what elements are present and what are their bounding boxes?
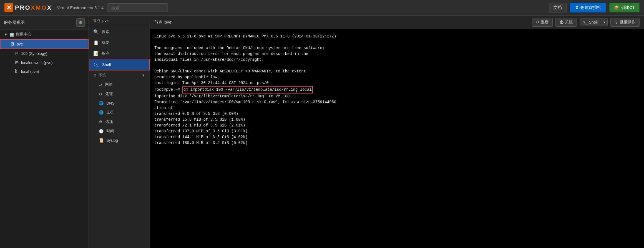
nav-time[interactable]: 🕐 时间	[89, 126, 150, 136]
vm100-label: 100 (Synology)	[21, 51, 85, 56]
network-nav-label: 网络	[105, 82, 113, 87]
syslog-nav-label: Syslog	[106, 138, 118, 143]
terminal-line-8: permitted by applicable law.	[154, 74, 640, 80]
system-icon: ⚙	[93, 73, 97, 77]
batch-button[interactable]: ⋮ 批量操作	[610, 18, 640, 27]
options-icon: ⚙	[99, 120, 102, 124]
chevron-down-icon: ▼	[142, 73, 145, 77]
nav-system-section[interactable]: ⚙ 系统 ▼	[89, 70, 150, 80]
gear-button[interactable]: ⚙	[76, 18, 85, 27]
shell-arrow-button[interactable]: ▾	[601, 19, 607, 26]
terminal-out-2: Formatting '/var/lib/vz/images/100/vm-10…	[154, 99, 640, 105]
terminal-out-4: transferred 0.0 B of 3.5 GiB (0.00%)	[154, 111, 640, 117]
shell-icon: >_	[583, 20, 588, 24]
host-icon: 🌐	[99, 110, 104, 115]
time-nav-label: 时间	[106, 129, 114, 134]
nav-search[interactable]: 🔍 搜索	[89, 26, 150, 37]
datacenter-label: 数据中心	[16, 32, 31, 37]
sidebar-view-label: 服务器视图	[4, 20, 74, 25]
content-area: 节点 'pve' ↺ 重启 ⏻ 关机 >_ Shell ▾ ⋮ 批量操作	[150, 16, 644, 248]
sidebar-item-localnetwork[interactable]: ⊞ localnetwork (pve)	[0, 58, 89, 67]
datacenter-icon: 🏢	[9, 32, 14, 37]
shell-dropdown[interactable]: >_ Shell ▾	[580, 18, 608, 26]
nav-syslog[interactable]: 📜 Syslog	[89, 136, 150, 145]
nav-dns[interactable]: 🌐 DNS	[89, 99, 150, 108]
terminal-line-5: individual files in /usr/share/doc/*/cop…	[154, 57, 640, 63]
nav-network[interactable]: ⇄ 网络	[89, 80, 150, 89]
sidebar-item-local[interactable]: 🗄 local (pve)	[0, 67, 89, 76]
summary-icon: 📋	[93, 40, 99, 45]
notes-icon: 📝	[93, 51, 99, 56]
storage-icon: 🗄	[14, 69, 19, 74]
power-icon: ⏻	[560, 20, 564, 24]
content-header: 节点 'pve' ↺ 重启 ⏻ 关机 >_ Shell ▾ ⋮ 批量操作	[150, 16, 644, 29]
monitor-icon: 🖥	[575, 5, 579, 10]
nav-notes[interactable]: 📝 备注	[89, 48, 150, 59]
terminal-cmd-line: root@pve:~# qm importdisk 100 /var/lib/v…	[154, 86, 640, 93]
terminal-out-7: transferred 107.9 MiB of 3.5 GiB (3.01%)	[154, 128, 640, 134]
shell-main-button[interactable]: >_ Shell	[580, 18, 601, 26]
sidebar-item-pve[interactable]: 🖥 pve	[0, 39, 89, 49]
terminal-out-6: transferred 72.1 MiB of 3.5 GiB (2.01%)	[154, 123, 640, 128]
main-layout: 服务器视图 ⚙ ▼ 🏢 数据中心 🖥 pve 🖥 100 (Synology) …	[0, 16, 644, 248]
notes-nav-label: 备注	[102, 51, 109, 56]
middle-panel: 节点 'pve' 🔍 搜索 📋 概要 📝 备注 >_ Shell ⚙ 系统 ▼ …	[89, 16, 150, 248]
node-title: 节点 'pve'	[93, 18, 109, 23]
vm-icon: 🖥	[14, 51, 19, 56]
options-nav-label: 选项	[105, 119, 113, 124]
search-nav-label: 搜索	[102, 29, 109, 34]
terminal-last-login: Last login: Tue Apr 30 21:44:44 CST 2024…	[154, 80, 640, 86]
container-icon: 📦	[614, 5, 619, 10]
search-input[interactable]	[107, 3, 168, 12]
host-nav-label: 主机	[106, 110, 114, 115]
nav-options[interactable]: ⚙ 选项	[89, 117, 150, 126]
terminal-line-2	[154, 39, 640, 45]
summary-nav-label: 概要	[102, 40, 109, 45]
terminal-line-3: The programs included with the Debian GN…	[154, 45, 640, 51]
localnetwork-label: localnetwork (pve)	[21, 60, 85, 65]
sidebar-header: 服务器视图 ⚙	[0, 16, 89, 30]
collapse-icon: ▼	[4, 32, 8, 37]
app-version: Virtual Environment 8.1.4	[57, 5, 104, 10]
shell-nav-label: Shell	[102, 62, 111, 67]
time-icon: 🕐	[99, 129, 104, 133]
topbar: ✕ PROXMOX Virtual Environment 8.1.4 文档 🖥…	[0, 0, 644, 16]
shutdown-button[interactable]: ⏻ 关机	[555, 18, 577, 27]
create-vm-button[interactable]: 🖥 创建虚拟机	[570, 3, 606, 12]
local-label: local (pve)	[21, 69, 85, 74]
search-icon: 🔍	[93, 29, 99, 34]
dns-nav-label: DNS	[106, 101, 115, 105]
terminal[interactable]: Linux pve 6.5.11-8-pve #1 SMP PREEMPT_DY…	[150, 29, 644, 248]
terminal-out-5: transferred 35.8 MiB of 3.5 GiB (1.00%)	[154, 117, 640, 123]
terminal-out-3: ation=off	[154, 105, 640, 111]
restart-icon: ↺	[536, 20, 539, 24]
dns-icon: 🌐	[99, 101, 104, 105]
network-icon: ⊞	[14, 60, 19, 65]
nav-certs[interactable]: ⚙ 凭证	[89, 89, 150, 99]
certs-icon: ⚙	[99, 92, 102, 96]
sidebar: 服务器视图 ⚙ ▼ 🏢 数据中心 🖥 pve 🖥 100 (Synology) …	[0, 16, 89, 248]
node-header: 节点 'pve'	[89, 16, 150, 26]
terminal-out-9: transferred 180.0 MiB of 3.5 GiB (5.02%)	[154, 140, 640, 146]
nav-summary[interactable]: 📋 概要	[89, 37, 150, 48]
sidebar-item-vm100[interactable]: 🖥 100 (Synology)	[0, 49, 89, 58]
certs-nav-label: 凭证	[105, 92, 113, 97]
more-icon: ⋮	[615, 20, 618, 24]
terminal-line-7: Debian GNU/Linux comes with ABSOLUTELY N…	[154, 69, 640, 74]
terminal-line-6	[154, 63, 640, 69]
restart-button[interactable]: ↺ 重启	[532, 18, 553, 27]
logo-text: PROXMOX	[15, 4, 52, 11]
syslog-icon: 📜	[99, 138, 104, 143]
create-ct-button[interactable]: 📦 创建CT	[609, 3, 640, 12]
terminal-out-1: importing disk '/var/lib/vz/template/iso…	[154, 93, 640, 99]
datacenter-row[interactable]: ▼ 🏢 数据中心	[0, 30, 89, 39]
doc-button[interactable]: 文档	[549, 3, 567, 12]
logo-icon: ✕	[4, 3, 13, 12]
nav-host[interactable]: 🌐 主机	[89, 108, 150, 117]
logo: ✕ PROXMOX	[4, 3, 52, 12]
terminal-command: qm importdisk 100 /var/lib/vz/template/i…	[182, 86, 313, 93]
pve-label: pve	[17, 42, 84, 46]
nav-shell[interactable]: >_ Shell	[89, 59, 150, 70]
terminal-prompt: root@pve:~#	[154, 87, 182, 93]
content-title: 节点 'pve'	[154, 20, 529, 25]
